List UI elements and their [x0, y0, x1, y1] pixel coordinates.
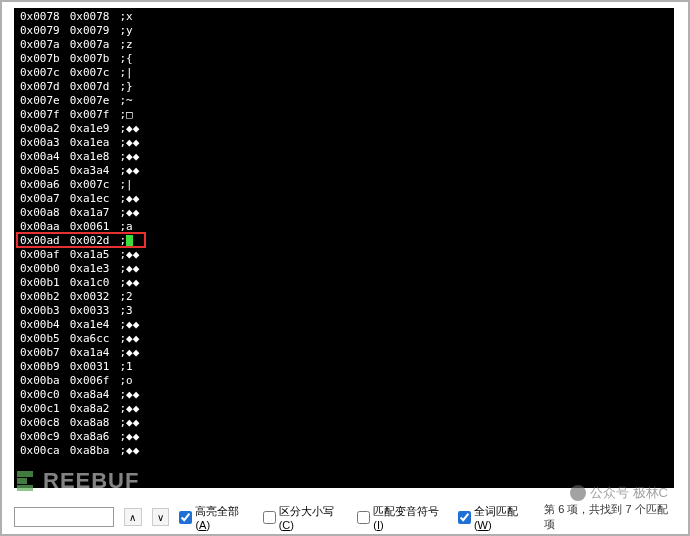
wechat-icon	[570, 485, 586, 501]
freebuf-watermark: REEBUF	[17, 468, 139, 494]
highlight-all-input[interactable]	[179, 511, 192, 524]
char-col: ;◆◆	[120, 332, 140, 346]
char-col: ;|	[120, 66, 133, 80]
addr-col-1: 0x00ca	[20, 444, 60, 458]
addr-col-2: 0xa8a4	[70, 388, 110, 402]
addr-col-2: 0xa8a8	[70, 416, 110, 430]
addr-col-2: 0x0079	[70, 24, 110, 38]
table-row: 0x00c10xa8a2;◆◆	[20, 402, 668, 416]
char-col: ;◆◆	[120, 262, 140, 276]
char-col: ;3	[120, 304, 133, 318]
case-sensitive-input[interactable]	[263, 511, 276, 524]
char-col: ;◆◆	[120, 122, 140, 136]
diacritics-checkbox[interactable]: 匹配变音符号(I)	[357, 504, 448, 531]
addr-col-2: 0x007f	[70, 108, 110, 122]
match-status: 第 6 项，共找到 7 个匹配项	[544, 502, 676, 532]
addr-col-1: 0x00c0	[20, 388, 60, 402]
addr-col-2: 0xa1ea	[70, 136, 110, 150]
table-row: 0x00a60x007c;|	[20, 178, 668, 192]
addr-col-2: 0x007d	[70, 80, 110, 94]
char-col: ;	[120, 234, 134, 248]
table-row: 0x00b30x0033;3	[20, 304, 668, 318]
addr-col-2: 0x007c	[70, 66, 110, 80]
whole-word-input[interactable]	[458, 511, 471, 524]
addr-col-2: 0xa8ba	[70, 444, 110, 458]
table-row: 0x00b20x0032;2	[20, 290, 668, 304]
freebuf-text: REEBUF	[43, 468, 139, 494]
addr-col-1: 0x00a7	[20, 192, 60, 206]
table-row: 0x007b0x007b;{	[20, 52, 668, 66]
table-row: 0x00790x0079;y	[20, 24, 668, 38]
addr-col-1: 0x00b4	[20, 318, 60, 332]
char-col: ;◆◆	[120, 206, 140, 220]
addr-col-1: 0x00c9	[20, 430, 60, 444]
diacritics-input[interactable]	[357, 511, 370, 524]
search-input[interactable]	[14, 507, 114, 527]
cursor-icon	[126, 235, 133, 247]
addr-col-1: 0x00a3	[20, 136, 60, 150]
addr-col-2: 0x007e	[70, 94, 110, 108]
find-bar: ∧ ∨ 高亮全部(A) 区分大小写(C) 匹配变音符号(I) 全词匹配(W) 第…	[14, 504, 676, 530]
watermark-text: 公众号 极林C	[590, 484, 668, 502]
terminal-output: 0x00780x0078;x0x00790x0079;y0x007a0x007a…	[14, 8, 674, 488]
addr-col-2: 0xa3a4	[70, 164, 110, 178]
table-row: 0x007a0x007a;z	[20, 38, 668, 52]
table-row: 0x00ad0x002d;	[20, 234, 668, 248]
whole-word-checkbox[interactable]: 全词匹配(W)	[458, 504, 534, 531]
addr-col-1: 0x007f	[20, 108, 60, 122]
addr-col-1: 0x00b9	[20, 360, 60, 374]
table-row: 0x00b50xa6cc;◆◆	[20, 332, 668, 346]
addr-col-2: 0xa1a5	[70, 248, 110, 262]
char-col: ;◆◆	[120, 402, 140, 416]
addr-col-2: 0xa1a4	[70, 346, 110, 360]
table-row: 0x00b10xa1c0;◆◆	[20, 276, 668, 290]
addr-col-1: 0x00b7	[20, 346, 60, 360]
table-row: 0x00c80xa8a8;◆◆	[20, 416, 668, 430]
find-next-button[interactable]: ∨	[152, 508, 170, 526]
addr-col-1: 0x00ad	[20, 234, 60, 248]
table-row: 0x00aa0x0061;a	[20, 220, 668, 234]
addr-col-2: 0xa1e3	[70, 262, 110, 276]
char-col: ;◆◆	[120, 164, 140, 178]
addr-col-2: 0x007c	[70, 178, 110, 192]
char-col: ;◆◆	[120, 346, 140, 360]
char-col: ;y	[120, 24, 133, 38]
char-col: ;◆◆	[120, 444, 140, 458]
table-row: 0x007c0x007c;|	[20, 66, 668, 80]
table-row: 0x00a20xa1e9;◆◆	[20, 122, 668, 136]
table-row: 0x007f0x007f;□	[20, 108, 668, 122]
addr-col-2: 0xa1e4	[70, 318, 110, 332]
char-col: ;◆◆	[120, 416, 140, 430]
addr-col-1: 0x00a5	[20, 164, 60, 178]
table-row: 0x00af0xa1a5;◆◆	[20, 248, 668, 262]
char-col: ;x	[120, 10, 133, 24]
char-col: ;◆◆	[120, 192, 140, 206]
char-col: ;◆◆	[120, 388, 140, 402]
addr-col-1: 0x00a8	[20, 206, 60, 220]
addr-col-2: 0xa1e8	[70, 150, 110, 164]
find-prev-button[interactable]: ∧	[124, 508, 142, 526]
table-row: 0x00a80xa1a7;◆◆	[20, 206, 668, 220]
addr-col-1: 0x00a6	[20, 178, 60, 192]
table-row: 0x007d0x007d;}	[20, 80, 668, 94]
addr-col-1: 0x007e	[20, 94, 60, 108]
char-col: ;o	[120, 374, 133, 388]
addr-col-2: 0xa6cc	[70, 332, 110, 346]
char-col: ;2	[120, 290, 133, 304]
addr-col-1: 0x007d	[20, 80, 60, 94]
case-sensitive-checkbox[interactable]: 区分大小写(C)	[263, 504, 348, 531]
table-row: 0x007e0x007e;~	[20, 94, 668, 108]
char-col: ;~	[120, 94, 133, 108]
char-col: ;1	[120, 360, 133, 374]
highlight-all-checkbox[interactable]: 高亮全部(A)	[179, 504, 252, 531]
addr-col-2: 0xa8a6	[70, 430, 110, 444]
addr-col-1: 0x00af	[20, 248, 60, 262]
addr-col-1: 0x00aa	[20, 220, 60, 234]
char-col: ;◆◆	[120, 276, 140, 290]
addr-col-1: 0x00ba	[20, 374, 60, 388]
addr-col-1: 0x00b5	[20, 332, 60, 346]
addr-col-2: 0x006f	[70, 374, 110, 388]
char-col: ;◆◆	[120, 318, 140, 332]
addr-col-1: 0x00b1	[20, 276, 60, 290]
addr-col-2: 0xa1ec	[70, 192, 110, 206]
